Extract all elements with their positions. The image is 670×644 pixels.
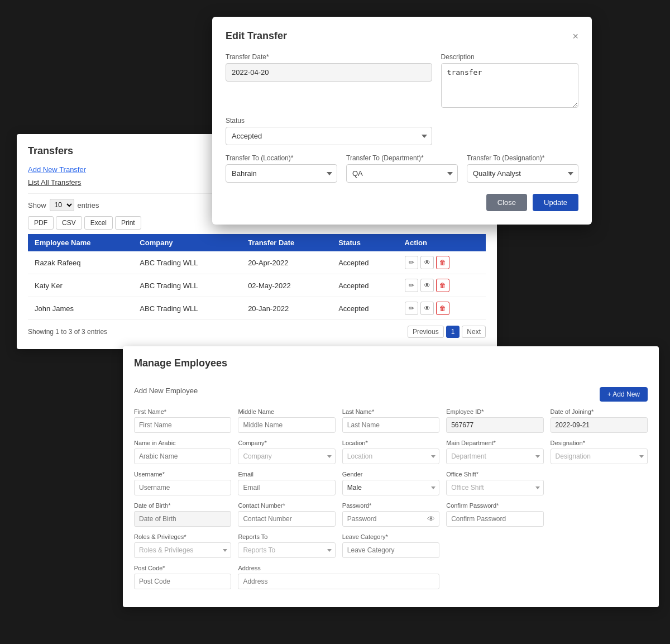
location-emp-label: Location*	[342, 440, 439, 446]
modal-close-icon[interactable]: ×	[572, 31, 578, 41]
company-cell: ABC Trading WLL	[133, 274, 241, 297]
main-department-group: Main Department* Department	[446, 440, 543, 464]
table-footer: Showing 1 to 3 of 3 entries Previous 1 N…	[28, 326, 486, 338]
roles-select[interactable]: Roles & Privileges	[134, 542, 231, 558]
last-name-label: Last Name*	[342, 408, 439, 415]
reports-to-select[interactable]: Reports To	[238, 542, 335, 558]
edit-button[interactable]: ✏	[405, 279, 418, 292]
pdf-button[interactable]: PDF	[28, 216, 54, 230]
employee-form-row-4: Date of Birth* Contact Number* Password*…	[134, 502, 648, 527]
excel-button[interactable]: Excel	[84, 216, 113, 230]
date-cell: 02-May-2022	[241, 274, 332, 297]
middle-name-input[interactable]	[238, 417, 335, 433]
entries-select[interactable]: 10 25 50	[50, 199, 74, 211]
employee-id-input[interactable]	[446, 417, 543, 433]
employees-panel: Manage Employees Add New Employee + Add …	[123, 346, 659, 607]
delete-button[interactable]: 🗑	[436, 256, 449, 269]
confirm-password-input[interactable]	[446, 511, 543, 527]
view-button[interactable]: 👁	[420, 279, 434, 292]
csv-button[interactable]: CSV	[56, 216, 82, 230]
print-button[interactable]: Print	[115, 216, 141, 230]
department-group: Transfer To (Department)* QA	[346, 154, 458, 183]
empty-group-2	[551, 502, 648, 527]
page-1-button[interactable]: 1	[446, 326, 460, 338]
employee-form-row-2: Name in Arabic Company* Company Location…	[134, 440, 648, 464]
gender-select[interactable]: Male Female	[342, 480, 439, 495]
middle-name-label: Middle Name	[238, 408, 335, 415]
edit-button[interactable]: ✏	[405, 256, 418, 269]
name-arabic-input[interactable]	[134, 449, 231, 464]
leave-category-input[interactable]	[342, 542, 439, 558]
post-code-group: Post Code*	[134, 565, 231, 589]
username-group: Username*	[134, 471, 231, 495]
company-label: Company*	[238, 440, 335, 446]
email-input[interactable]	[238, 480, 335, 495]
office-shift-label: Office Shift*	[446, 471, 543, 478]
view-button[interactable]: 👁	[420, 302, 434, 315]
date-cell: 20-Jan-2022	[241, 297, 332, 320]
employee-name-cell: John James	[28, 297, 133, 320]
employee-form-row-6: Post Code* Address	[134, 565, 648, 589]
previous-page-button[interactable]: Previous	[408, 326, 444, 338]
edit-transfer-modal: Edit Transfer × Transfer Date* Descripti…	[212, 17, 592, 225]
password-wrapper: 👁	[342, 511, 439, 527]
next-page-button[interactable]: Next	[462, 326, 486, 338]
company-select[interactable]: Company	[238, 449, 335, 464]
location-label: Transfer To (Location)*	[226, 154, 337, 162]
username-label: Username*	[134, 471, 231, 478]
password-input[interactable]	[342, 511, 439, 527]
email-group: Email	[238, 471, 335, 495]
description-textarea[interactable]: transfer	[441, 63, 578, 108]
eye-icon[interactable]: 👁	[427, 514, 435, 523]
reports-to-label: Reports To	[238, 533, 335, 540]
main-department-select[interactable]: Department	[446, 449, 543, 464]
transfer-date-label: Transfer Date*	[226, 53, 432, 61]
employee-name-cell: Razak Rafeeq	[28, 251, 133, 274]
first-name-input[interactable]	[134, 417, 231, 433]
last-name-input[interactable]	[342, 417, 439, 433]
empty-group-5	[446, 565, 543, 589]
form-row-3: Transfer To (Location)* Bahrain Transfer…	[226, 154, 578, 183]
designation-select[interactable]: Quality Analyst	[467, 164, 578, 183]
address-input[interactable]	[238, 574, 439, 589]
location-emp-select[interactable]: Location	[342, 449, 439, 464]
dob-input[interactable]	[134, 511, 231, 527]
transfer-date-input[interactable]	[226, 63, 432, 82]
status-select[interactable]: Accepted Pending Rejected	[226, 127, 432, 145]
location-select[interactable]: Bahrain	[226, 164, 337, 183]
office-shift-select[interactable]: Office Shift	[446, 480, 543, 495]
address-group: Address	[238, 565, 439, 589]
roles-group: Roles & Privileges* Roles & Privileges	[134, 533, 231, 558]
entries-label: entries	[78, 201, 99, 209]
delete-button[interactable]: 🗑	[436, 302, 449, 315]
dob-group: Date of Birth*	[134, 502, 231, 527]
post-code-input[interactable]	[134, 574, 231, 589]
table-row: Katy Ker ABC Trading WLL 02-May-2022 Acc…	[28, 274, 486, 297]
edit-button[interactable]: ✏	[405, 302, 418, 315]
location-group: Transfer To (Location)* Bahrain	[226, 154, 337, 183]
status-label: Status	[226, 117, 432, 125]
designation-emp-select[interactable]: Designation	[551, 449, 648, 464]
dob-label: Date of Birth*	[134, 502, 231, 509]
close-button[interactable]: Close	[486, 194, 527, 211]
view-button[interactable]: 👁	[420, 256, 434, 269]
employee-form-row-1: First Name* Middle Name Last Name* Emplo…	[134, 408, 648, 433]
status-cell: Accepted	[332, 297, 398, 320]
contact-label: Contact Number*	[238, 502, 335, 509]
description-group: Description transfer	[441, 53, 578, 108]
employee-name-cell: Katy Ker	[28, 274, 133, 297]
status-cell: Accepted	[332, 251, 398, 274]
employees-header: Manage Employees	[134, 357, 648, 378]
date-of-joining-input[interactable]	[551, 417, 648, 433]
username-input[interactable]	[134, 480, 231, 495]
update-button[interactable]: Update	[533, 194, 578, 211]
description-label: Description	[441, 53, 578, 61]
status-group: Status Accepted Pending Rejected	[226, 117, 432, 145]
modal-title: Edit Transfer	[226, 30, 287, 42]
designation-label: Transfer To (Designation)*	[467, 154, 578, 162]
name-arabic-group: Name in Arabic	[134, 440, 231, 464]
contact-input[interactable]	[238, 511, 335, 527]
add-new-employee-button[interactable]: + Add New	[600, 387, 648, 402]
department-select[interactable]: QA	[346, 164, 458, 183]
delete-button[interactable]: 🗑	[436, 279, 449, 292]
